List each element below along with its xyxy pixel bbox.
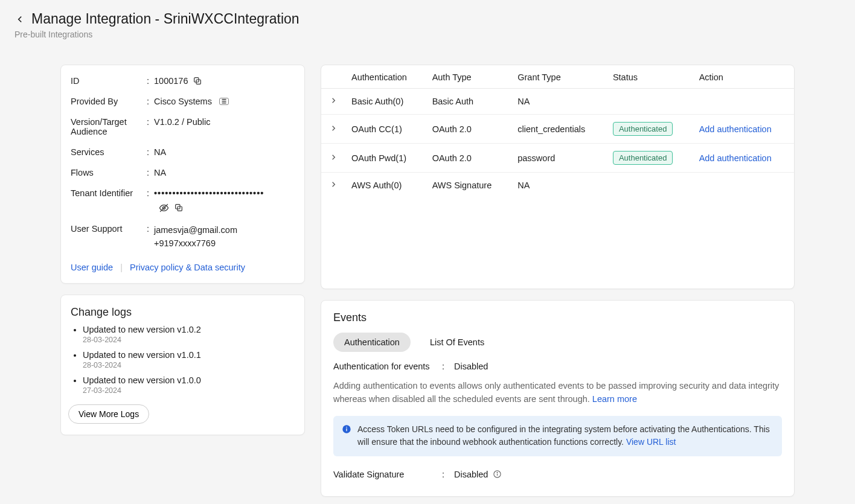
services-value: NA [154,147,166,157]
auth-type: OAuth 2.0 [426,144,512,173]
support-label: User Support [71,224,142,234]
add-authentication-link[interactable]: Add authentication [699,153,772,163]
col-authentication: Authentication [345,65,426,89]
auth-type: Basic Auth [426,89,512,115]
id-value: 1000176 [154,76,188,86]
chevron-right-icon[interactable] [329,180,338,189]
view-more-logs-button[interactable]: View More Logs [68,404,149,424]
provided-by-value: Cisco Systems [154,97,212,106]
back-icon[interactable] [14,14,25,25]
vendor-badge-icon: ☰ [219,98,229,105]
learn-more-link[interactable]: Learn more [592,394,637,404]
flows-label: Flows [71,168,142,177]
version-label: Version/Target Audience [71,117,142,136]
events-title: Events [333,311,782,324]
col-status: Status [607,65,693,89]
events-card: Events Authentication List Of Events Aut… [321,300,795,497]
info-circle-icon[interactable] [493,470,502,479]
support-phone: +9197xxxx7769 [154,237,295,250]
table-row: AWS Auth(0)AWS SignatureNA [321,173,794,199]
view-url-list-link[interactable]: View URL list [626,437,676,447]
services-label: Services [71,147,142,157]
tenant-value: •••••••••••••••••••••••••••••• [154,188,264,198]
info-alert: Access Token URLs need to be configured … [333,416,782,456]
auth-name: Basic Auth(0) [345,89,426,115]
svg-point-11 [497,473,498,473]
grant-type: client_credentials [511,115,607,144]
eye-off-icon[interactable] [159,203,169,213]
support-email: jamesvja@gmail.com [154,224,295,237]
col-auth-type: Auth Type [426,65,512,89]
svg-rect-8 [346,427,347,427]
chevron-right-icon[interactable] [329,153,338,162]
add-authentication-link[interactable]: Add authentication [699,124,772,134]
log-item: Updated to new version v1.0.1 28-03-2024 [83,350,297,369]
info-icon [342,424,351,438]
version-value: V1.0.2 / Public [154,117,211,127]
flows-value: NA [154,168,166,177]
auth-name: OAuth Pwd(1) [345,144,426,173]
col-grant-type: Grant Type [511,65,607,89]
validate-signature-label: Validate Signature [333,470,442,479]
grant-type: password [511,144,607,173]
table-row: OAuth Pwd(1)OAuth 2.0passwordAuthenticat… [321,144,794,173]
col-action: Action [693,65,794,89]
auth-type: OAuth 2.0 [426,115,512,144]
copy-icon[interactable] [174,203,184,213]
info-card: ID : 1000176 Provided By : Cisco Systems… [60,65,305,284]
validate-signature-value: Disabled [454,470,488,479]
changelog-title: Change logs [71,306,297,319]
auth-table: Authentication Auth Type Grant Type Stat… [321,65,794,198]
changelog-card: Change logs Updated to new version v1.0.… [60,295,305,435]
tab-list-of-events[interactable]: List Of Events [419,333,495,352]
log-item: Updated to new version v1.0.2 28-03-2024 [83,325,297,344]
privacy-link[interactable]: Privacy policy & Data security [130,263,245,272]
status-badge: Authenticated [613,151,673,165]
auth-name: OAuth CC(1) [345,115,426,144]
tenant-label: Tenant Identifier [71,188,142,198]
page-subtitle: Pre-built Integrations [14,30,841,39]
auth-for-events-label: Authentication for events [333,362,442,371]
status-badge: Authenticated [613,122,673,136]
grant-type: NA [511,89,607,115]
auth-name: AWS Auth(0) [345,173,426,199]
table-row: OAuth CC(1)OAuth 2.0client_credentialsAu… [321,115,794,144]
provided-by-label: Provided By [71,97,142,106]
auth-type: AWS Signature [426,173,512,199]
chevron-right-icon[interactable] [329,96,338,105]
tab-authentication[interactable]: Authentication [333,333,411,352]
auth-card: Authentication Auth Type Grant Type Stat… [321,65,795,289]
auth-for-events-value: Disabled [454,362,782,371]
chevron-right-icon[interactable] [329,124,338,133]
id-label: ID [71,76,142,86]
events-description: Adding authentication to events allows o… [333,380,782,406]
grant-type: NA [511,173,607,199]
page-title: Manage Integration - SriniWXCCIntegratio… [31,11,299,27]
log-item: Updated to new version v1.0.0 27-03-2024 [83,375,297,395]
table-row: Basic Auth(0)Basic AuthNA [321,89,794,115]
user-guide-link[interactable]: User guide [71,263,113,272]
svg-rect-7 [346,428,347,431]
copy-icon[interactable] [193,76,202,86]
